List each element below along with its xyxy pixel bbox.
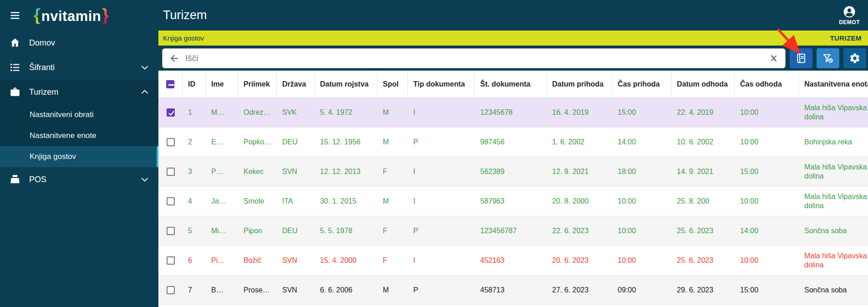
cell-datum-rojstva: 30. 1. 2015 [315,197,377,206]
cell-datum-rojstva: 12. 12. 2013 [315,167,377,176]
sidebar-item-knjiga-gostov[interactable]: Knjiga gostov [0,146,158,167]
table-row[interactable]: 6 Pi… Božič SVN 15. 4. 2000 F I 452163 2… [158,246,868,276]
sidebar-item-nastanitvene-enote[interactable]: Nastanitvene enote [0,125,158,146]
column-header-drzava[interactable]: Država [277,71,315,97]
cell-cas-odhoda: 10:00 [735,138,799,147]
cell-nastanitvena-enota: Sončna soba [799,226,868,235]
column-header-priimek[interactable]: Priimek [238,71,277,97]
table-body: 1 M… Odrez… SVK 5. 4. 1972 M I 12345678 … [158,98,868,305]
cell-drzava: SVN [277,286,315,295]
cell-st-dokumenta: 123456787 [475,226,547,235]
cell-priimek: Pipon [238,226,277,235]
cell-datum-odhoda: 25. 8. 200 [671,197,735,206]
row-checkbox-cell [158,168,183,176]
search-toolbar [158,46,868,71]
table-row[interactable]: 7 B… Prose… SVN 6. 6. 2006 M P 458713 27… [158,276,868,305]
sidebar-item-nastanitveni-obrati[interactable]: Nastanitveni obrati [0,104,158,125]
column-header-nastanitvena-enota[interactable]: Nastanitvena enota [799,71,868,97]
arrow-left-icon [169,53,180,64]
search-input[interactable] [185,53,763,63]
table-row[interactable]: 4 Ja… Smole ITA 30. 1. 2015 M I 587963 2… [158,187,868,216]
column-header-datum-prihoda[interactable]: Datum prihoda [547,71,612,97]
user-label: DEMOT [839,19,860,26]
cell-priimek: Odrez… [238,108,277,117]
menu-button[interactable] [6,7,24,24]
select-all-checkbox[interactable] [166,80,174,88]
cell-spol: M [377,138,408,147]
cell-tip-dokumenta: I [408,197,475,206]
cell-datum-prihoda: 27. 6. 2023 [547,286,612,295]
filter-history-button[interactable] [817,48,839,68]
cell-id: 1 [183,108,206,117]
back-button[interactable] [168,52,181,65]
column-header-datum-odhoda[interactable]: Datum odhoda [671,71,735,97]
cell-cas-prihoda: 14:00 [612,138,671,147]
cell-cas-odhoda: 10:00 [735,256,799,265]
app-logo[interactable]: { nvitamin } [34,6,109,25]
sidebar-item-turizem[interactable]: Turizem [0,80,158,104]
logo-brace-right: } [102,6,109,24]
column-header-id[interactable]: ID [183,71,206,97]
top-header: { nvitamin } Turizem DEMOT [0,0,868,31]
column-header-tip-dokumenta[interactable]: Tip dokumenta [408,71,475,97]
cell-st-dokumenta: 587963 [475,197,547,206]
column-header-ime[interactable]: Ime [206,71,238,97]
row-checkbox-cell [158,256,183,265]
cell-ime: Pi… [206,256,238,265]
row-checkbox[interactable] [167,256,175,265]
cell-st-dokumenta: 562389 [475,167,547,176]
sidebar-item-sifranti[interactable]: Šifranti [0,55,158,80]
account-circle-icon [843,5,856,19]
settings-button[interactable] [843,48,866,68]
table-row[interactable]: 1 M… Odrez… SVK 5. 4. 1972 M I 12345678 … [158,98,868,128]
cell-ime: E… [206,138,238,147]
cell-tip-dokumenta: P [408,138,475,147]
column-header-spol[interactable]: Spol [377,71,408,97]
cell-datum-prihoda: 16. 4. 2019 [547,108,612,117]
row-checkbox[interactable] [167,286,175,294]
row-checkbox[interactable] [167,197,175,205]
cell-cas-prihoda: 10:00 [612,256,671,265]
cell-ime: M… [206,108,238,117]
column-header-cas-prihoda[interactable]: Čas prihoda [612,71,671,97]
select-all-cell [158,71,183,97]
cell-ime: P… [206,167,238,176]
sidebar-item-label: Turizem [29,87,139,97]
cell-spol: M [377,197,408,206]
cell-drzava: SVN [277,167,315,176]
table-row[interactable]: 2 E… Popko… DEU 15. 12. 1956 M P 987456 … [158,128,868,157]
column-header-cas-odhoda[interactable]: Čas odhoda [735,71,799,97]
sidebar-subitem-label: Nastanitvene enote [30,131,96,140]
cell-ime: Mi… [206,226,238,235]
sidebar-subitem-label: Nastanitveni obrati [30,110,94,119]
user-menu[interactable]: DEMOT [839,5,860,26]
sidebar-item-pos[interactable]: POS [0,167,158,192]
cell-drzava: SVK [277,108,315,117]
column-header-st-dokumenta[interactable]: Št. dokumenta [475,71,547,97]
row-checkbox[interactable] [167,138,175,146]
table-row[interactable]: 3 P… Kekec SVN 12. 12. 2013 F I 562389 1… [158,157,868,187]
logo-brace-left: { [34,6,41,24]
row-checkbox[interactable] [167,168,175,176]
cell-drzava: DEU [277,138,315,147]
row-checkbox-cell [158,138,183,146]
column-header-datum-rojstva[interactable]: Datum rojstva [315,71,377,97]
cell-priimek: Kekec [238,167,277,176]
clear-search-button[interactable] [768,52,780,64]
cell-nastanitvena-enota: Bohinjska reka [799,138,868,147]
cell-cas-prihoda: 18:00 [612,167,671,176]
cell-id: 3 [183,167,206,176]
row-checkbox[interactable] [167,227,175,235]
guest-book-button[interactable] [790,48,812,68]
cell-cas-odhoda: 10:00 [735,108,799,117]
logo-text: nvitamin [41,8,102,25]
table-row[interactable]: 5 Mi… Pipon DEU 5. 5. 1978 F P 123456787… [158,216,868,246]
cell-priimek: Smole [238,197,277,206]
cell-nastanitvena-enota: Mala hiša Vipavska dolina [799,103,868,122]
filter-history-icon [822,52,834,64]
cell-cas-odhoda: 15:00 [735,167,799,176]
row-checkbox-cell [158,227,183,235]
cell-cas-prihoda: 09:00 [612,286,671,295]
row-checkbox[interactable] [167,108,175,117]
sidebar-item-domov[interactable]: Domov [0,31,158,55]
